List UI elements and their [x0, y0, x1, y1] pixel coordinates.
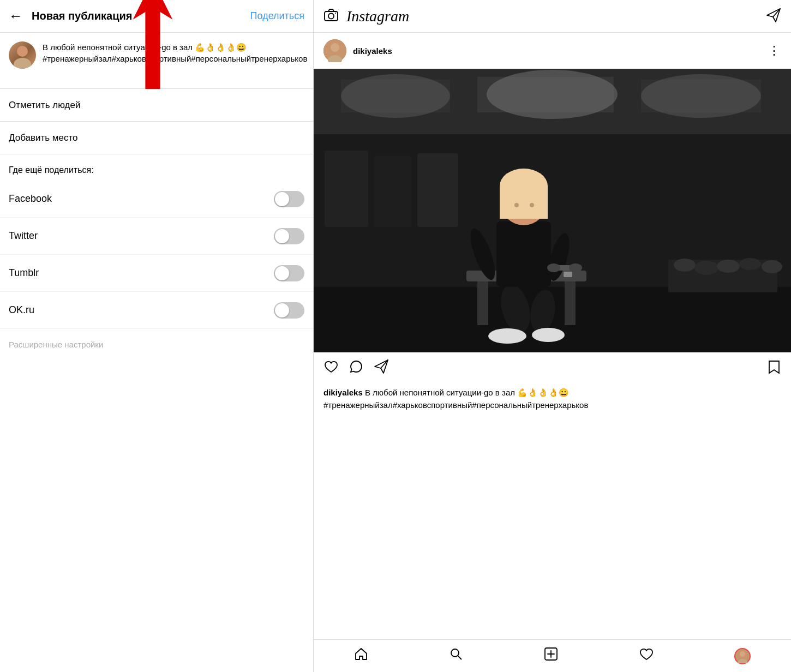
instagram-header: Instagram — [314, 0, 791, 33]
svg-point-44 — [547, 263, 560, 272]
twitter-toggle-row: Twitter — [0, 218, 313, 255]
svg-rect-25 — [374, 156, 412, 227]
share-section-title: Где ещё поделиться: — [0, 154, 313, 181]
advanced-settings-link[interactable]: Расширенные настройки — [0, 329, 313, 360]
twitter-toggle[interactable] — [274, 228, 304, 244]
svg-point-29 — [694, 261, 718, 275]
add-location-label: Добавить место — [9, 133, 78, 143]
red-arrow-icon — [131, 0, 175, 89]
svg-point-0 — [17, 46, 28, 57]
direct-message-icon[interactable] — [766, 8, 781, 25]
avatar-image — [9, 41, 36, 69]
caption-body: В любой непонятной ситуации-go в зал 💪👌👌… — [323, 388, 588, 410]
svg-point-49 — [514, 203, 519, 207]
svg-point-28 — [674, 259, 696, 272]
back-button[interactable]: ← — [9, 8, 23, 25]
caption-username[interactable]: dikiyaleks — [323, 388, 363, 397]
home-icon[interactable] — [354, 647, 368, 665]
svg-point-32 — [762, 260, 782, 273]
twitter-label: Twitter — [9, 230, 38, 242]
svg-point-1 — [14, 58, 31, 69]
more-options-icon[interactable]: ⋮ — [768, 44, 781, 58]
svg-rect-34 — [477, 281, 488, 325]
add-post-icon[interactable] — [544, 647, 558, 665]
svg-point-21 — [487, 70, 618, 119]
add-location-item[interactable]: Добавить место — [0, 122, 313, 154]
svg-point-20 — [341, 74, 450, 118]
svg-point-9 — [328, 13, 334, 19]
post-caption-text: В любой непонятной ситуации-go в зал 💪👌👌… — [43, 41, 307, 64]
toggle-knob — [275, 192, 289, 206]
svg-point-45 — [569, 263, 582, 272]
instagram-logo: Instagram — [346, 8, 766, 25]
left-panel: ← Новая публикация Поделиться В любой не… — [0, 0, 314, 672]
share-button[interactable]: Поделиться — [250, 10, 304, 22]
svg-point-50 — [530, 203, 534, 207]
svg-rect-51 — [564, 272, 572, 277]
svg-point-10 — [335, 13, 336, 14]
avatar — [9, 41, 36, 69]
okru-toggle[interactable] — [274, 302, 304, 319]
svg-rect-35 — [565, 281, 576, 325]
post-user-avatar[interactable] — [323, 39, 346, 62]
svg-rect-26 — [417, 153, 458, 227]
svg-point-13 — [331, 43, 339, 52]
tumblr-label: Tumblr — [9, 267, 39, 279]
svg-rect-40 — [496, 221, 551, 287]
svg-point-31 — [739, 258, 761, 270]
toggle-knob — [275, 229, 289, 243]
toggle-knob — [275, 303, 289, 317]
svg-line-54 — [458, 656, 462, 660]
facebook-toggle[interactable] — [274, 191, 304, 207]
gym-photo — [314, 69, 791, 352]
tumblr-toggle-row: Tumblr — [0, 255, 313, 292]
post-caption: dikiyaleks В любой непонятной ситуации-g… — [314, 385, 791, 418]
okru-toggle-row: OK.ru — [0, 292, 313, 329]
share-icon[interactable] — [374, 359, 389, 378]
svg-point-53 — [451, 649, 459, 657]
facebook-toggle-row: Facebook — [0, 181, 313, 218]
toggle-knob — [275, 266, 289, 280]
svg-point-59 — [740, 651, 745, 657]
tag-people-item[interactable]: Отметить людей — [0, 89, 313, 122]
okru-label: OK.ru — [9, 304, 34, 316]
activity-icon[interactable] — [639, 647, 654, 665]
profile-avatar[interactable] — [734, 648, 751, 664]
right-panel: Instagram dikiyaleks ⋮ — [314, 0, 791, 672]
svg-point-39 — [532, 328, 565, 342]
post-actions — [314, 352, 791, 385]
post-image — [314, 69, 791, 352]
tumblr-toggle[interactable] — [274, 265, 304, 281]
svg-point-22 — [641, 74, 761, 118]
search-icon[interactable] — [449, 647, 463, 665]
camera-icon[interactable] — [323, 8, 339, 25]
svg-point-38 — [488, 328, 526, 344]
svg-rect-24 — [325, 151, 368, 227]
svg-marker-7 — [133, 0, 173, 89]
comment-icon[interactable] — [349, 359, 364, 378]
svg-rect-48 — [500, 186, 548, 219]
bottom-navigation — [314, 639, 791, 672]
svg-point-30 — [717, 260, 740, 273]
post-header: dikiyaleks ⋮ — [314, 33, 791, 69]
like-icon[interactable] — [323, 359, 339, 378]
bookmark-icon[interactable] — [767, 359, 781, 378]
facebook-label: Facebook — [9, 193, 52, 205]
post-username[interactable]: dikiyaleks — [353, 46, 768, 56]
tag-people-label: Отметить людей — [9, 100, 80, 111]
